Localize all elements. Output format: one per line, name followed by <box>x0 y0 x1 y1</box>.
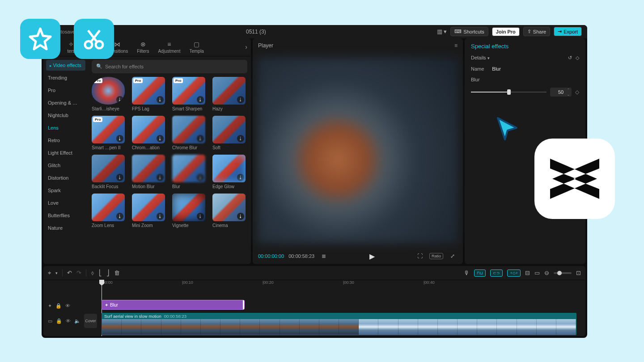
effect-card[interactable]: ⭳Blur <box>172 155 207 189</box>
effect-card[interactable]: ⭳Motion Blur <box>132 155 167 189</box>
undo-icon[interactable]: ↶ <box>67 269 72 276</box>
share-button[interactable]: ⇪Share <box>523 27 550 36</box>
effect-card[interactable]: ⭳Hazy <box>212 77 247 111</box>
zoom-slider[interactable] <box>554 272 572 274</box>
download-icon[interactable]: ⭳ <box>116 135 123 142</box>
more-tabs-icon[interactable]: › <box>245 43 247 51</box>
effect-card[interactable]: Pro⭳FPS Lag <box>132 77 167 111</box>
sidebar-item-nightclub[interactable]: Nightclub <box>43 109 88 122</box>
download-icon[interactable]: ⭳ <box>157 174 164 181</box>
video-viewport[interactable] <box>257 57 458 244</box>
pointer-icon[interactable]: ⌖ <box>48 269 51 277</box>
time-ruler[interactable]: | 00:00 | 00:10 | 00:20 | 00:30 | 00:40 <box>102 280 585 289</box>
effect-card[interactable]: ⭳Soft <box>212 116 247 150</box>
sidebar-item-trending[interactable]: Trending <box>43 72 88 84</box>
download-icon[interactable]: ⭳ <box>237 96 244 103</box>
download-icon[interactable]: ⭳ <box>197 96 204 103</box>
mute-icon[interactable]: 🔈 <box>74 318 80 324</box>
player-menu-icon[interactable]: ≡ <box>454 42 458 49</box>
effect-card[interactable]: ⭳Backlit Focus <box>92 155 127 189</box>
snap-icon[interactable]: +◇+ <box>507 269 521 277</box>
blur-slider[interactable] <box>471 92 547 93</box>
effect-card[interactable]: ⭳Zoom Lens <box>92 194 127 228</box>
eye-icon[interactable]: 👁 <box>65 303 70 308</box>
sidebar-item-butterflies[interactable]: Butterflies <box>43 209 88 222</box>
blur-value-stepper[interactable]: 50 <box>550 88 572 97</box>
export-button[interactable]: ⇥Export <box>554 27 582 36</box>
ratio-button[interactable]: Ratio <box>429 253 443 259</box>
sidebar-item-light-effect[interactable]: Light Effect <box>43 147 88 159</box>
effect-track-icon[interactable]: ✦ <box>48 303 52 309</box>
cover-button[interactable]: Cover <box>84 314 97 328</box>
sidebar-item-distortion[interactable]: Distortion <box>43 172 88 184</box>
sparkle-icon: ✦ <box>105 303 108 307</box>
effect-card[interactable]: ⭳Vignette <box>172 194 207 228</box>
align-icon[interactable]: ⊟ <box>525 269 530 276</box>
search-input[interactable]: 🔍 Search for effects <box>92 60 247 73</box>
reset-icon[interactable]: ↺ <box>568 55 572 61</box>
effect-card[interactable]: Pro⭳Smart Sharpen <box>172 77 207 111</box>
sidebar-chip-video-effects[interactable]: ▸ Video effects <box>46 60 85 71</box>
download-icon[interactable]: ⭳ <box>157 96 164 103</box>
keyframe-icon[interactable]: ◇ <box>576 55 579 61</box>
download-icon[interactable]: ⭳ <box>116 174 123 181</box>
layout-icon[interactable]: ▥ ▾ <box>437 28 447 35</box>
time-current: 00:00:00:00 <box>258 253 284 259</box>
download-icon[interactable]: ⭳ <box>116 96 123 103</box>
crop-icon[interactable]: ⛶ <box>415 252 425 260</box>
tab-templates[interactable]: ▢Templa <box>189 41 203 54</box>
effect-card[interactable]: ⭳Cinema <box>212 194 247 228</box>
preview-icon[interactable]: ▭ <box>534 269 540 276</box>
download-icon[interactable]: ⭳ <box>237 135 244 142</box>
timeline-tracks[interactable]: | 00:00 | 00:10 | 00:20 | 00:30 | 00:40 … <box>102 280 585 336</box>
split-icon[interactable]: ⎀ <box>91 269 94 276</box>
video-clip-header[interactable]: Surf aerial view in slow motion 00:00:58… <box>102 313 576 319</box>
download-icon[interactable]: ⭳ <box>157 135 164 142</box>
join-pro-button[interactable]: Join Pro <box>492 27 520 36</box>
download-icon[interactable]: ⭳ <box>197 135 204 142</box>
effect-card[interactable]: Pro⭳Starli…isheye <box>92 77 127 111</box>
play-button[interactable]: ▶ <box>369 252 375 261</box>
trim-left-icon[interactable]: ⎣ <box>99 269 102 276</box>
fullscreen-icon[interactable]: ⤢ <box>448 252 458 260</box>
delete-icon[interactable]: 🗑 <box>114 269 120 276</box>
fit-icon[interactable]: ⊡ <box>576 269 581 276</box>
sidebar-item-love[interactable]: Love <box>43 197 88 209</box>
tab-filters[interactable]: ⊗Filters <box>137 41 149 54</box>
effect-clip[interactable]: ✦ Blur <box>102 300 245 310</box>
effect-card[interactable]: ⭳Chrome Blur <box>172 116 207 150</box>
video-track-icon[interactable]: ▭ <box>48 318 52 324</box>
sidebar-item-retro[interactable]: Retro <box>43 134 88 147</box>
lock-icon[interactable]: 🔒 <box>56 318 62 324</box>
download-icon[interactable]: ⭳ <box>157 213 164 220</box>
shortcuts-button[interactable]: ⌨Shortcuts <box>450 27 488 36</box>
sidebar-item-opening-[interactable]: Opening & … <box>43 97 88 109</box>
sidebar-item-spark[interactable]: Spark <box>43 184 88 197</box>
sidebar-item-glitch[interactable]: Glitch <box>43 159 88 172</box>
effect-card[interactable]: ⭳Mini Zoom <box>132 194 167 228</box>
download-icon[interactable]: ⭳ <box>237 213 244 220</box>
mic-icon[interactable]: 🎙 <box>464 269 470 276</box>
list-icon[interactable]: ≣ <box>319 252 329 260</box>
link-icon[interactable]: ⊂⊃ <box>490 269 503 277</box>
download-icon[interactable]: ⭳ <box>197 213 204 220</box>
magnet-icon[interactable]: ⊓⊔ <box>474 269 486 277</box>
effect-card[interactable]: Pro⭳Smart …pen II <box>92 116 127 150</box>
trim-right-icon[interactable]: ⎦ <box>106 269 110 276</box>
tab-adjustment[interactable]: ≡Adjustment <box>158 41 180 54</box>
chevron-down-icon[interactable]: ▾ <box>55 271 58 275</box>
lock-icon[interactable]: 🔒 <box>55 303 62 309</box>
keyframe-icon[interactable]: ◇ <box>575 89 579 95</box>
download-icon[interactable]: ⭳ <box>116 213 123 220</box>
video-clip[interactable] <box>102 319 576 335</box>
eye-icon[interactable]: 👁 <box>66 318 71 324</box>
effect-card[interactable]: ⭳Chrom…ation <box>132 116 167 150</box>
sidebar-item-pro[interactable]: Pro <box>43 84 88 97</box>
sidebar-item-nature[interactable]: Nature <box>43 222 88 234</box>
sidebar-item-lens[interactable]: Lens <box>43 122 88 134</box>
download-icon[interactable]: ⭳ <box>237 174 244 181</box>
redo-icon[interactable]: ↷ <box>76 269 81 276</box>
zoom-out-icon[interactable]: ⊖ <box>544 269 549 276</box>
download-icon[interactable]: ⭳ <box>197 174 204 181</box>
effect-card[interactable]: ⭳Edge Glow <box>212 155 247 189</box>
